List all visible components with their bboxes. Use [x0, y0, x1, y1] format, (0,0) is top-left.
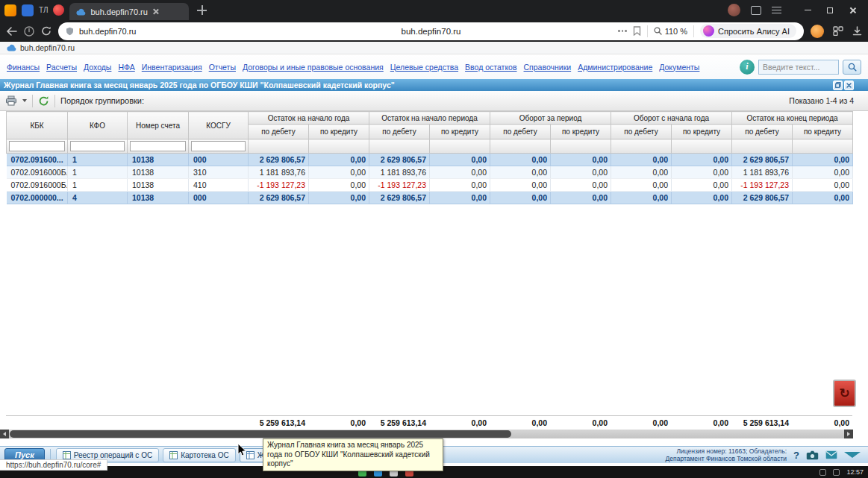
- bookmark-item[interactable]: buh.depfin70.ru: [20, 43, 75, 52]
- minimize-icon[interactable]: [796, 1, 819, 19]
- menu-administrirovanie[interactable]: Администрирование: [578, 63, 652, 72]
- scroll-right-icon[interactable]: [844, 430, 853, 438]
- subcol-credit[interactable]: по кредиту: [309, 125, 369, 139]
- subcol-credit[interactable]: по кредиту: [672, 125, 732, 139]
- user-avatar[interactable]: [811, 25, 824, 38]
- bookmark-flag-icon[interactable]: [633, 26, 641, 36]
- new-tab-icon[interactable]: [197, 5, 207, 15]
- side-panel-icon[interactable]: [751, 6, 761, 15]
- scroll-left-icon[interactable]: [0, 430, 9, 438]
- subcol-credit[interactable]: по кредиту: [793, 125, 853, 139]
- pinned-tab-icon[interactable]: [53, 4, 64, 16]
- browser-address-row: buh.depfin70.ru buh.depfin70.ru 110 % Сп…: [0, 20, 868, 42]
- tray-icon[interactable]: [819, 469, 826, 476]
- refresh-icon[interactable]: [38, 95, 49, 107]
- horizontal-scrollbar[interactable]: [0, 430, 853, 438]
- address-bar[interactable]: buh.depfin70.ru buh.depfin70.ru 110 % Сп…: [58, 22, 804, 40]
- subcol-debit[interactable]: по дебету: [490, 125, 551, 139]
- alice-icon: [703, 25, 714, 37]
- crypto-plugin-icon[interactable]: ↻: [833, 380, 856, 407]
- filter-cell: [68, 139, 128, 154]
- reload-icon[interactable]: [41, 26, 51, 36]
- tab-group-icon[interactable]: [22, 4, 34, 16]
- task-tab-kartoteka[interactable]: Картотека ОС: [163, 448, 236, 462]
- table-row[interactable]: 0702.000000...410138000 2 629 806,570,00…: [7, 192, 853, 204]
- kbk-filter-input[interactable]: [9, 141, 65, 151]
- address-url-text: buh.depfin70.ru: [79, 27, 136, 36]
- group-header-turnover-ytd[interactable]: Оборот с начала года: [611, 112, 732, 125]
- menu-inventarizaciya[interactable]: Инвентаризация: [142, 63, 202, 72]
- license-line2: Департамент Финансов Томской области: [666, 455, 787, 462]
- table-row[interactable]: 0702.091600...110138000 2 629 806,570,00…: [7, 154, 853, 166]
- menu-otchety[interactable]: Отчеты: [209, 63, 236, 72]
- profile-avatar[interactable]: [728, 4, 740, 16]
- screenshot-camera-icon[interactable]: [806, 450, 819, 460]
- info-icon[interactable]: i: [740, 60, 755, 75]
- close-icon[interactable]: [841, 1, 864, 19]
- journal-window-titlebar[interactable]: Журнал Главная книга за месяц январь 202…: [0, 79, 868, 91]
- column-header-kbk[interactable]: КБК: [7, 112, 68, 139]
- group-header-balance-year-start[interactable]: Остаток на начало года: [249, 112, 369, 125]
- alice-ai-button[interactable]: Спросить Алису AI: [700, 24, 796, 38]
- window-restore-icon[interactable]: [833, 81, 843, 90]
- yandex-browser-icon[interactable]: [4, 4, 16, 16]
- protect-icon[interactable]: [24, 26, 34, 37]
- column-header-kfo[interactable]: КФО: [68, 112, 128, 139]
- column-header-account[interactable]: Номер счета: [128, 112, 189, 139]
- browser-tab-title: buh.depfin70.ru: [90, 7, 147, 16]
- collapse-panel-icon[interactable]: [844, 452, 861, 458]
- tray-icon[interactable]: [833, 469, 840, 476]
- tab-close-icon[interactable]: [152, 8, 159, 15]
- window-controls: [796, 1, 864, 19]
- search-icon: [848, 63, 857, 72]
- menu-celevye-sredstva[interactable]: Целевые средства: [390, 63, 458, 72]
- menu-spravochniki[interactable]: Справочники: [524, 63, 572, 72]
- subcol-credit[interactable]: по кредиту: [551, 125, 611, 139]
- browser-menu-icon[interactable]: [772, 7, 781, 13]
- table-row[interactable]: 0702.0916000Б...110138410 -1 193 127,230…: [7, 179, 853, 192]
- more-actions-icon[interactable]: [618, 30, 627, 32]
- menu-vvod-ostatkov[interactable]: Ввод остатков: [465, 63, 516, 72]
- column-header-kosgu[interactable]: КОСГУ: [189, 112, 249, 139]
- menu-raschety[interactable]: Расчеты: [46, 63, 77, 72]
- kfo-filter-input[interactable]: [70, 141, 125, 151]
- back-icon[interactable]: [6, 27, 17, 36]
- grid-empty-area: [0, 204, 868, 415]
- divider: [647, 25, 648, 37]
- group-header-balance-period-start[interactable]: Остаток на начало периода: [369, 112, 490, 125]
- collections-icon[interactable]: [833, 26, 843, 36]
- mail-icon[interactable]: [825, 450, 837, 459]
- menu-dogovory[interactable]: Договоры и иные правовые основания: [243, 63, 384, 72]
- tab-group-label[interactable]: ТЛ: [39, 6, 48, 14]
- subcol-credit[interactable]: по кредиту: [430, 125, 490, 139]
- bookmarks-bar: buh.depfin70.ru: [0, 42, 868, 54]
- subcol-debit[interactable]: по дебету: [611, 125, 672, 139]
- clock[interactable]: 12:57: [846, 468, 864, 476]
- help-button[interactable]: ?: [793, 450, 799, 461]
- window-close-icon[interactable]: [844, 81, 854, 90]
- subcol-debit[interactable]: по дебету: [369, 125, 430, 139]
- account-filter-input[interactable]: [130, 141, 186, 151]
- group-header-turnover-period[interactable]: Оборот за период: [490, 112, 611, 125]
- site-security-icon[interactable]: [66, 27, 74, 36]
- menu-dohody[interactable]: Доходы: [84, 63, 111, 72]
- zoom-value: 110 %: [665, 27, 687, 36]
- scrollbar-thumb[interactable]: [10, 430, 511, 438]
- table-row[interactable]: 0702.0916000Б...110138310 1 181 893,760,…: [7, 166, 853, 179]
- menu-nfa[interactable]: НФА: [118, 63, 134, 72]
- menu-dokumenty[interactable]: Документы: [659, 63, 699, 72]
- print-icon[interactable]: [5, 95, 17, 106]
- menu-finansy[interactable]: Финансы: [7, 63, 40, 72]
- downloads-icon[interactable]: [852, 26, 862, 36]
- browser-tab-active[interactable]: buh.depfin70.ru: [69, 3, 189, 20]
- zoom-control[interactable]: 110 %: [654, 27, 687, 36]
- kosgu-filter-input[interactable]: [191, 141, 246, 151]
- search-button[interactable]: [843, 60, 861, 75]
- subcol-debit[interactable]: по дебету: [249, 125, 309, 139]
- search-input[interactable]: [758, 60, 839, 75]
- print-dropdown-icon[interactable]: [22, 99, 27, 102]
- browser-tab-strip: ТЛ buh.depfin70.ru: [0, 0, 868, 20]
- restore-icon[interactable]: [819, 1, 841, 19]
- group-header-balance-period-end[interactable]: Остаток на конец периода: [732, 112, 853, 125]
- subcol-debit[interactable]: по дебету: [732, 125, 793, 139]
